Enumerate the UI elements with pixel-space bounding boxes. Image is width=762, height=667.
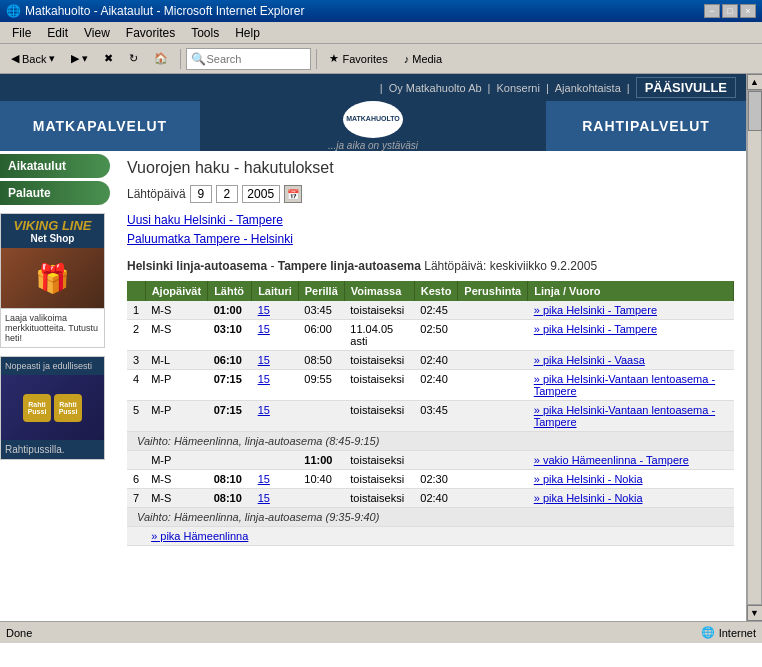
viking-ad-image: 🎁: [1, 248, 104, 308]
status-bar: Done 🌐 Internet: [0, 621, 762, 643]
scroll-up-button[interactable]: ▲: [747, 74, 763, 90]
paasivulle-button[interactable]: PÄÄSIVULLE: [636, 77, 736, 98]
forward-button[interactable]: ▶ ▾: [64, 47, 95, 71]
row-lahto: 07:15: [208, 370, 252, 401]
search-icon: 🔍: [191, 52, 206, 66]
nav-matkapalvelut[interactable]: MATKAPALVELUT: [0, 101, 200, 151]
viking-line-ad[interactable]: VIKING LINE Net Shop 🎁 Laaja valikoima m…: [0, 213, 105, 348]
vaihto-text: Vaihto: Hämeenlinna, linja-autoasema (9:…: [127, 508, 734, 527]
row-perilla: 06:00: [298, 320, 344, 351]
close-button[interactable]: ×: [740, 4, 756, 18]
window-icon: 🌐: [6, 4, 21, 18]
calendar-icon[interactable]: 📅: [284, 185, 302, 203]
scroll-track[interactable]: [747, 90, 762, 605]
new-search-link[interactable]: Uusi haku Helsinki - Tampere: [127, 211, 734, 230]
row-linja[interactable]: » pika Helsinki-Vantaan lentoasema - Tam…: [528, 370, 734, 401]
row-perushinta: [458, 320, 528, 351]
rahti-pussi-icon2: RahtiPussi: [54, 394, 82, 422]
row-perilla: [298, 489, 344, 508]
sidebar-btn-aikataulut[interactable]: Aikataulut: [0, 154, 110, 178]
header-link-konserni[interactable]: Konserni: [496, 82, 539, 94]
menu-favorites[interactable]: Favorites: [118, 24, 183, 42]
favorites-button[interactable]: ★ Favorites: [322, 47, 394, 71]
menu-file[interactable]: File: [4, 24, 39, 42]
row-perushinta: [458, 470, 528, 489]
row-linja[interactable]: » pika Helsinki - Vaasa: [528, 351, 734, 370]
date-year-input[interactable]: [242, 185, 280, 203]
row-laituri[interactable]: 15: [252, 470, 299, 489]
page-content: | Oy Matkahuolto Ab | Konserni | Ajankoh…: [0, 74, 746, 621]
scroll-thumb[interactable]: [748, 91, 762, 131]
route-from: Helsinki linja-autoasema: [127, 259, 267, 273]
row-laituri[interactable]: 15: [252, 401, 299, 432]
return-trip-link[interactable]: Paluumatka Tampere - Helsinki: [127, 230, 734, 249]
col-num: [127, 281, 145, 301]
browser-content: | Oy Matkahuolto Ab | Konserni | Ajankoh…: [0, 74, 762, 621]
refresh-button[interactable]: ↻: [122, 47, 145, 71]
row-laituri[interactable]: 15: [252, 301, 299, 320]
header-separator4: |: [627, 82, 630, 94]
row-num: 6: [127, 470, 145, 489]
row-perilla: 09:55: [298, 370, 344, 401]
refresh-icon: ↻: [129, 52, 138, 65]
maximize-button[interactable]: □: [722, 4, 738, 18]
row-linja[interactable]: » pika Helsinki - Tampere: [528, 301, 734, 320]
row-laituri[interactable]: 15: [252, 320, 299, 351]
row-perilla: [298, 401, 344, 432]
date-month-input[interactable]: [216, 185, 238, 203]
row-ajopaivat: M-S: [145, 470, 208, 489]
sidebar-btn-palaute[interactable]: Palaute: [0, 181, 110, 205]
menu-tools[interactable]: Tools: [183, 24, 227, 42]
row-linja[interactable]: » pika Helsinki - Nokia: [528, 489, 734, 508]
search-links: Uusi haku Helsinki - Tampere Paluumatka …: [127, 211, 734, 249]
header-separator: |: [380, 82, 383, 94]
toolbar: ◀ Back ▾ ▶ ▾ ✖ ↻ 🏠 🔍 ★ Favorites ♪ Media: [0, 44, 762, 74]
row-voimassa: toistaiseksi: [344, 470, 414, 489]
status-right: 🌐 Internet: [701, 626, 756, 639]
menu-help[interactable]: Help: [227, 24, 268, 42]
row-laituri[interactable]: 15: [252, 489, 299, 508]
stop-icon: ✖: [104, 52, 113, 65]
minimize-button[interactable]: −: [704, 4, 720, 18]
rahti-ad[interactable]: Nopeasti ja edullisesti RahtiPussi Rahti…: [0, 356, 105, 460]
row-linja[interactable]: » pika Helsinki-Vantaan lentoasema - Tam…: [528, 401, 734, 432]
row-kesto: 02:40: [414, 351, 458, 370]
star-icon: ★: [329, 52, 339, 65]
media-button[interactable]: ♪ Media: [397, 47, 449, 71]
row-ajopaivat: M-L: [145, 351, 208, 370]
header-separator3: |: [546, 82, 549, 94]
home-button[interactable]: 🏠: [147, 47, 175, 71]
route-to: Tampere linja-autoasema: [278, 259, 421, 273]
back-button[interactable]: ◀ Back ▾: [4, 47, 62, 71]
main-content: Vuorojen haku - hakutulokset Lähtöpäivä …: [115, 151, 746, 554]
row-linja[interactable]: » pika Helsinki - Nokia: [528, 470, 734, 489]
row-laituri[interactable]: 15: [252, 351, 299, 370]
row-laituri[interactable]: 15: [252, 370, 299, 401]
row-num: 2: [127, 320, 145, 351]
table-row: 3 M-L 06:10 15 08:50 toistaiseksi 02:40 …: [127, 351, 734, 370]
row-partial[interactable]: » pika Hämeenlinna: [145, 527, 733, 546]
header-separator2: |: [488, 82, 491, 94]
scrollbar[interactable]: ▲ ▼: [746, 74, 762, 621]
scroll-down-button[interactable]: ▼: [747, 605, 763, 621]
search-form: Lähtöpäivä 📅: [127, 185, 734, 203]
stop-button[interactable]: ✖: [97, 47, 120, 71]
menu-view[interactable]: View: [76, 24, 118, 42]
header-link-ajankohtaista[interactable]: Ajankohtaista: [555, 82, 621, 94]
toolbar-separator2: [316, 49, 317, 69]
search-input[interactable]: [206, 53, 306, 65]
menu-edit[interactable]: Edit: [39, 24, 76, 42]
row-lahto: 08:10: [208, 470, 252, 489]
table-header-row: Ajopäivät Lähtö Laituri Perillä Voimassa…: [127, 281, 734, 301]
date-day-input[interactable]: [190, 185, 212, 203]
col-perushinta: Perushinta: [458, 281, 528, 301]
row-linja[interactable]: » pika Helsinki - Tampere: [528, 320, 734, 351]
header-link-oy[interactable]: Oy Matkahuolto Ab: [389, 82, 482, 94]
search-box[interactable]: 🔍: [186, 48, 311, 70]
row-voimassa: 11.04.05 asti: [344, 320, 414, 351]
nav-rahtipalvelut[interactable]: RAHTIPALVELUT: [546, 101, 746, 151]
col-lahto: Lähtö: [208, 281, 252, 301]
row-perushinta: [458, 401, 528, 432]
window-controls[interactable]: − □ ×: [704, 4, 756, 18]
row-linja[interactable]: » vakio Hämeenlinna - Tampere: [528, 451, 734, 470]
